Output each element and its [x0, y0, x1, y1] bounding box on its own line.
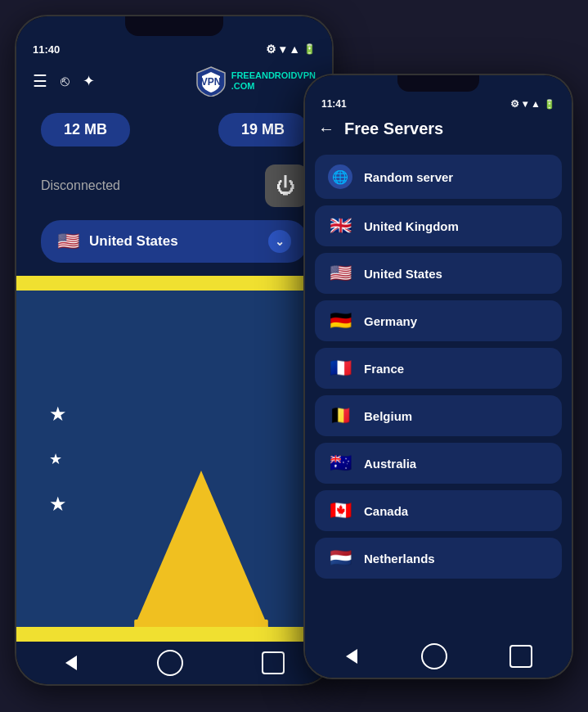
- recents-button[interactable]: [262, 651, 285, 674]
- phone1-time: 11:40: [33, 43, 60, 56]
- flag-au: 🇦🇺: [328, 453, 352, 474]
- server-name-uk: United Kingdom: [364, 219, 459, 233]
- server-item-be[interactable]: 🇧🇪 Belgium: [315, 395, 562, 436]
- phone1-stats: 12 MB 19 MB: [16, 103, 332, 156]
- flag-stars: ★ ★ ★: [49, 291, 67, 627]
- svg-marker-1: [134, 471, 268, 627]
- home-button[interactable]: [157, 650, 183, 676]
- server-name-be: Belgium: [364, 409, 412, 423]
- phone1-nav: ☰ ⎋ ✦ VPN FREEANDROIDVPN .COM: [16, 59, 332, 103]
- phone2-status-bar: 11:41 ⚙ ▾ ▲ 🔋: [305, 92, 572, 113]
- phone2-time: 11:41: [321, 98, 347, 110]
- phone2-back-button[interactable]: [346, 649, 357, 664]
- server-name-random: Random server: [364, 170, 453, 184]
- server-name-nl: Netherlands: [364, 552, 435, 566]
- phone1-nav-icons: ☰ ⎋ ✦: [33, 71, 95, 91]
- server-list: 🌐 Random server 🇬🇧 United Kingdom 🇺🇸 Uni…: [305, 148, 572, 635]
- phone2-status-icons: ⚙ ▾ ▲ 🔋: [510, 98, 555, 110]
- server-name-us: United States: [364, 267, 442, 281]
- connection-status: Disconnected: [41, 178, 120, 193]
- server-item-nl[interactable]: 🇳🇱 Netherlands: [315, 538, 562, 579]
- yellow-bar-bottom: [16, 627, 332, 642]
- power-button[interactable]: ⏻: [265, 164, 307, 207]
- selected-country-name: United States: [89, 233, 178, 250]
- svg-rect-2: [134, 620, 268, 627]
- settings-icon: ⚙: [266, 43, 276, 56]
- flag-us: 🇺🇸: [328, 263, 352, 284]
- phone2-screen-title: Free Servers: [344, 119, 443, 138]
- flag-nl: 🇳🇱: [328, 548, 352, 569]
- server-name-fr: France: [364, 362, 404, 376]
- country-selector: 🇺🇸 United States ⌄: [16, 220, 332, 276]
- phone1-status-icons: ⚙ ▾ ▲ 🔋: [266, 43, 316, 56]
- chevron-down-icon: ⌄: [268, 230, 291, 253]
- phone1-bottom-nav: [16, 642, 332, 684]
- server-name-au: Australia: [364, 457, 416, 471]
- logo-sub: .COM: [231, 81, 255, 91]
- server-name-de: Germany: [364, 314, 417, 328]
- server-name-ca: Canada: [364, 504, 408, 518]
- logo-main: FREEANDROIDVPN: [231, 70, 316, 80]
- phone2-bottom-nav: [305, 635, 572, 678]
- star-1: ★: [49, 403, 67, 426]
- back-button[interactable]: [65, 656, 77, 670]
- server-item-uk[interactable]: 🇬🇧 United Kingdom: [315, 205, 562, 246]
- country-button[interactable]: 🇺🇸 United States ⌄: [41, 220, 307, 263]
- flag-fr: 🇫🇷: [328, 358, 352, 379]
- flag-uk: 🇬🇧: [328, 215, 352, 237]
- yellow-bar-top: [16, 276, 332, 291]
- flag-sail-icon: [119, 463, 283, 627]
- svg-text:VPN: VPN: [200, 76, 221, 88]
- star-3: ★: [49, 493, 67, 516]
- upload-stat: 19 MB: [218, 113, 307, 146]
- phone2-home-button[interactable]: [421, 643, 447, 669]
- country-left: 🇺🇸 United States: [57, 231, 178, 252]
- phone1-status-bar: 11:40 ⚙ ▾ ▲ 🔋: [16, 36, 332, 59]
- logo-text: FREEANDROIDVPN .COM: [231, 70, 316, 92]
- phone1-connection: Disconnected ⏻: [16, 156, 332, 220]
- server-item-random[interactable]: 🌐 Random server: [315, 155, 562, 199]
- phone2-notch: [397, 75, 479, 92]
- flag-display: ★ ★ ★: [16, 291, 332, 627]
- phone2-wifi-icon: ▾: [523, 98, 527, 110]
- server-item-fr[interactable]: 🇫🇷 France: [315, 348, 562, 389]
- server-item-de[interactable]: 🇩🇪 Germany: [315, 300, 562, 341]
- menu-icon[interactable]: ☰: [33, 71, 47, 91]
- phone2-signal-icon: ▲: [531, 98, 541, 110]
- phone1: 11:40 ⚙ ▾ ▲ 🔋 ☰ ⎋ ✦ VPN: [15, 15, 334, 686]
- phone1-notch: [125, 16, 223, 36]
- battery-icon: 🔋: [303, 43, 316, 55]
- logo-shield-icon: VPN: [195, 65, 227, 97]
- wifi-icon: ▾: [280, 43, 285, 56]
- signal-icon: ▲: [289, 43, 300, 56]
- flag-de: 🇩🇪: [328, 310, 352, 331]
- server-item-au[interactable]: 🇦🇺 Australia: [315, 443, 562, 484]
- download-stat: 12 MB: [41, 113, 130, 146]
- server-item-us[interactable]: 🇺🇸 United States: [315, 253, 562, 294]
- server-item-ca[interactable]: 🇨🇦 Canada: [315, 490, 562, 531]
- phone2-recents-button[interactable]: [509, 645, 532, 668]
- back-arrow-icon[interactable]: ←: [318, 119, 334, 138]
- phone2-header: ← Free Servers: [305, 113, 572, 148]
- phone2: 11:41 ⚙ ▾ ▲ 🔋 ← Free Servers 🌐 Random se…: [303, 74, 573, 679]
- logo-area: VPN FREEANDROIDVPN .COM: [195, 65, 316, 97]
- flag-be: 🇧🇪: [328, 405, 352, 426]
- phone2-settings-icon: ⚙: [510, 98, 519, 110]
- globe-icon: 🌐: [328, 164, 352, 189]
- rate-icon[interactable]: ✦: [83, 72, 95, 90]
- phone2-battery-icon: 🔋: [544, 99, 555, 110]
- share-icon[interactable]: ⎋: [61, 73, 70, 90]
- selected-country-flag: 🇺🇸: [57, 231, 79, 252]
- star-2: ★: [49, 450, 67, 468]
- flag-ca: 🇨🇦: [328, 500, 352, 521]
